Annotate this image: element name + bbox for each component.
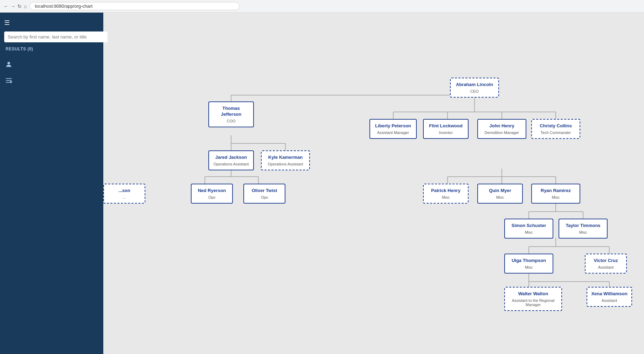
browser-navigation: ← → ↻ ⌂ [4,3,27,9]
home-icon[interactable]: ⌂ [24,3,27,9]
node-jared[interactable]: Jared Jackson Operations Assistant [208,150,254,170]
node-walter[interactable]: Walter Walton Assistant to the Regional … [504,287,562,311]
svg-point-0 [7,62,10,64]
node-partial[interactable]: ...son ... [103,184,145,204]
main-content: Abraham Lincoln CEO Thomas Jefferson COO… [103,13,644,354]
node-ulga[interactable]: Ulga Thompson Misc [504,254,553,274]
browser-bar: ← → ↻ ⌂ localhost:8080/app/org-chart [0,0,644,13]
search-input[interactable] [4,31,108,42]
node-christy[interactable]: Christy Collins Tech Commander [531,119,580,139]
results-label: RESULTS (0) [0,44,103,54]
node-liberty[interactable]: Liberty Peterson Assistant Manager [369,119,417,139]
sidebar-item-list[interactable] [0,73,103,88]
connector-lines [103,25,644,340]
sidebar-item-people[interactable] [0,57,103,72]
node-ned[interactable]: Ned Ryerson Ops [191,184,233,204]
forward-icon[interactable]: → [11,3,15,9]
node-ryan[interactable]: Ryan Ramirez Misc [531,184,580,204]
svg-point-4 [10,81,12,83]
node-patrick[interactable]: Patrick Henry Misc [423,184,469,204]
node-flint[interactable]: Flint Lockwood Inventor [423,119,469,139]
node-thomas[interactable]: Thomas Jefferson COO [208,101,254,127]
node-kyle[interactable]: Kyle Kamerman Operations Assistant [261,150,310,170]
back-icon[interactable]: ← [4,3,8,9]
node-taylor[interactable]: Taylor Timmons Misc [559,219,608,239]
sidebar-top: ☰ [0,16,103,29]
node-simon[interactable]: Simon Schuster Misc [504,219,553,239]
url-bar[interactable]: localhost:8080/app/org-chart [29,2,240,10]
node-abraham[interactable]: Abraham Lincoln CEO [450,78,499,98]
sidebar-icons [0,57,103,88]
reload-icon[interactable]: ↻ [18,3,22,9]
node-xena[interactable]: Xena Williamson Assistant [587,287,632,307]
node-oliver[interactable]: Oliver Twist Ops [243,184,285,204]
node-quin[interactable]: Quin Myer Misc [477,184,523,204]
node-john[interactable]: John Henry Demolition Manager [477,119,526,139]
sidebar: ☰ RESULTS (0) [0,13,103,354]
org-chart-container: Abraham Lincoln CEO Thomas Jefferson COO… [103,25,644,340]
hamburger-icon[interactable]: ☰ [4,19,10,27]
node-victor[interactable]: Victor Cruz Assistant [585,254,627,274]
